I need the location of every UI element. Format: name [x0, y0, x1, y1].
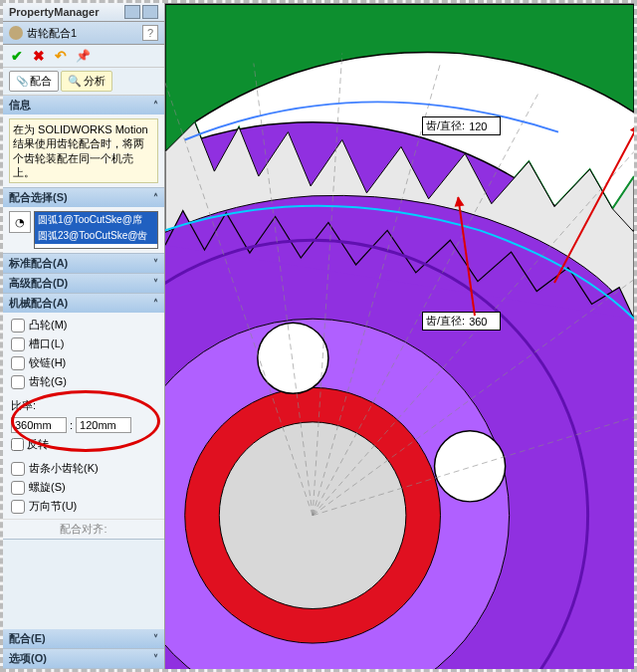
diameter-label-1[interactable]: 齿/直径: [422, 116, 501, 135]
screw-icon [11, 481, 25, 495]
mate-hinge[interactable]: 铰链(H) [9, 354, 158, 371]
chevron-up-icon: ˄ [153, 192, 158, 203]
mate-cam[interactable]: 凸轮(M) [9, 317, 158, 334]
reverse-checkbox[interactable] [11, 438, 24, 451]
reverse-label: 反转 [27, 437, 49, 452]
std-mate-section: 标准配合(A) ˅ [3, 254, 164, 274]
mech-mate-section: 机械配合(A) ˄ 凸轮(M) 槽口(L) 铰链(H) 齿轮(G) 比率: : [3, 294, 164, 540]
mate-gear[interactable]: 齿轮(G) [9, 373, 158, 390]
adv-mate-header[interactable]: 高级配合(D) ˅ [3, 274, 164, 293]
std-mate-header[interactable]: 标准配合(A) ˅ [3, 254, 164, 273]
chevron-down-icon: ˅ [153, 653, 158, 664]
mate-universal[interactable]: 万向节(U) [9, 498, 158, 515]
ratio-label: 比率: [11, 396, 156, 415]
options-section: 选项(O) ˅ [3, 649, 164, 669]
mate-screw[interactable]: 螺旋(S) [9, 479, 158, 496]
ratio-input-a[interactable] [11, 417, 67, 433]
adv-mate-section: 高级配合(D) ˅ [3, 274, 164, 294]
header-icon-1[interactable] [124, 5, 140, 19]
chevron-down-icon: ˅ [153, 633, 158, 644]
gear-icon [9, 26, 23, 40]
property-panel: PropertyManager 齿轮配合1 ? ✔ ✖ ↶ 📌 📎 配合 🔍 [3, 3, 165, 669]
help-button[interactable]: ? [142, 25, 158, 41]
options-header[interactable]: 选项(O) ˅ [3, 649, 164, 668]
cam-icon [11, 319, 25, 333]
ratio-colon: : [70, 419, 73, 431]
chevron-up-icon: ˄ [153, 298, 158, 309]
tab-mate[interactable]: 📎 配合 [9, 71, 59, 92]
selection-list[interactable]: 圆弧1@TooCutSke@席 圆弧23@TooCutSke@齿 [34, 211, 158, 249]
chevron-down-icon: ˅ [153, 278, 158, 289]
svg-point-5 [258, 323, 328, 393]
mate-slot[interactable]: 槽口(L) [9, 336, 158, 352]
pin-button[interactable]: 📌 [75, 48, 91, 64]
mate-rack[interactable]: 齿条小齿轮(K) [9, 460, 158, 477]
universal-icon [11, 500, 25, 514]
tab-analysis[interactable]: 🔍 分析 [61, 71, 112, 92]
gear-icon [11, 375, 25, 389]
mate-select-section: 配合选择(S) ˄ ◔ 圆弧1@TooCutSke@席 圆弧23@TooCutS… [3, 188, 164, 254]
chevron-down-icon: ˅ [153, 258, 158, 269]
mate-list-section: 配合(E) ˅ [3, 629, 164, 649]
action-bar: ✔ ✖ ↶ 📌 [3, 45, 164, 68]
mate-list-header[interactable]: 配合(E) ˅ [3, 629, 164, 648]
info-text: 在为 SOLIDWORKS Motion 结果使用齿轮配合时，将两个齿轮装配在同… [9, 118, 158, 183]
ratio-input-b[interactable] [76, 417, 131, 433]
panel-header: PropertyManager [3, 3, 164, 22]
slot-icon [11, 337, 25, 351]
panel-title: PropertyManager [9, 6, 120, 18]
rack-icon [11, 462, 25, 476]
info-header[interactable]: 信息 ˄ [3, 96, 164, 114]
svg-point-6 [435, 431, 506, 502]
hinge-icon [11, 356, 25, 370]
mate-align-label: 配合对齐: [3, 519, 164, 539]
analysis-icon: 🔍 [68, 75, 82, 88]
feature-name: 齿轮配合1 [27, 26, 138, 41]
tab-bar: 📎 配合 🔍 分析 [3, 68, 164, 96]
selection-icon[interactable]: ◔ [9, 211, 31, 233]
mech-mate-header[interactable]: 机械配合(A) ˄ [3, 294, 164, 313]
mate-select-header[interactable]: 配合选择(S) ˄ [3, 188, 164, 207]
graphics-viewport[interactable]: 齿/直径: 齿/直径: [165, 3, 634, 669]
clip-icon: 📎 [16, 76, 28, 87]
diameter-label-2[interactable]: 齿/直径: [422, 312, 501, 331]
chevron-up-icon: ˄ [153, 100, 158, 111]
selection-item[interactable]: 圆弧23@TooCutSke@齿 [35, 228, 157, 244]
gear-view [165, 3, 634, 669]
diameter-input-2[interactable] [469, 314, 497, 329]
header-icon-2[interactable] [142, 5, 158, 19]
cancel-button[interactable]: ✖ [31, 48, 47, 64]
diameter-input-1[interactable] [469, 118, 497, 133]
ok-button[interactable]: ✔ [9, 48, 25, 64]
info-section: 信息 ˄ 在为 SOLIDWORKS Motion 结果使用齿轮配合时，将两个齿… [3, 96, 164, 188]
undo-button[interactable]: ↶ [53, 48, 69, 64]
feature-header: 齿轮配合1 ? [3, 22, 164, 45]
selection-item[interactable]: 圆弧1@TooCutSke@席 [35, 212, 157, 228]
